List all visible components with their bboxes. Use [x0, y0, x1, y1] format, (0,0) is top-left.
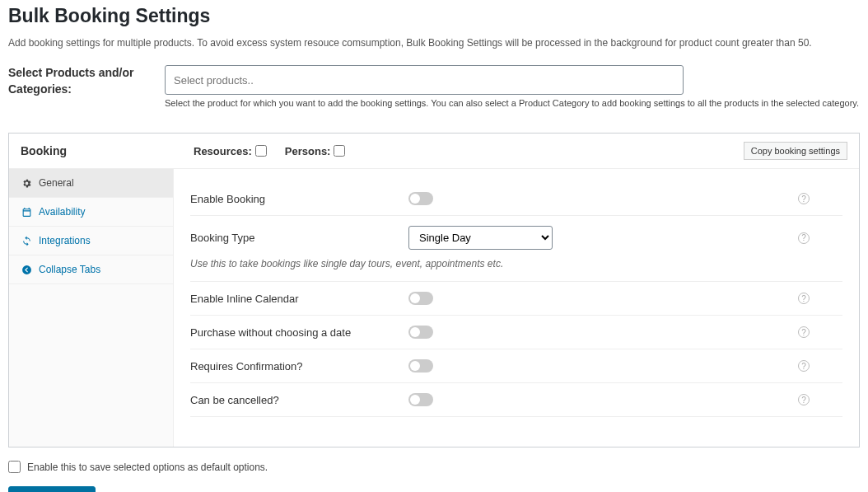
booking-type-hint: Use this to take bookings like single da…: [190, 255, 842, 282]
tab-general[interactable]: General: [9, 169, 173, 198]
tab-general-label: General: [39, 177, 74, 189]
help-icon[interactable]: ?: [798, 360, 810, 372]
help-icon[interactable]: ?: [798, 293, 810, 304]
enable-booking-label: Enable Booking: [190, 193, 408, 205]
tab-availability[interactable]: Availability: [9, 198, 173, 227]
can-be-cancelled-label: Can be cancelled?: [190, 394, 408, 406]
persons-check-wrap[interactable]: Persons:: [285, 145, 346, 157]
help-icon[interactable]: ?: [798, 193, 810, 204]
help-icon[interactable]: ?: [798, 394, 810, 405]
persons-label: Persons:: [285, 145, 331, 157]
requires-confirmation-label: Requires Confirmation?: [190, 360, 408, 373]
save-settings-button[interactable]: Save Settings: [8, 486, 96, 492]
gear-icon: [21, 177, 32, 189]
svg-point-0: [22, 265, 31, 274]
booking-type-label: Booking Type: [190, 232, 408, 244]
select-products-help: Select the product for which you want to…: [165, 98, 860, 108]
save-default-checkbox[interactable]: [8, 461, 21, 473]
tab-integrations-label: Integrations: [39, 235, 91, 246]
purchase-wo-date-label: Purchase without choosing a date: [190, 326, 408, 339]
inline-calendar-label: Enable Inline Calendar: [190, 293, 408, 305]
can-be-cancelled-toggle[interactable]: [408, 393, 433, 406]
tab-availability-label: Availability: [39, 206, 85, 218]
collapse-icon: [21, 264, 32, 275]
settings-panel: Booking Resources: Persons: Copy booking…: [8, 133, 860, 447]
calendar-icon: [21, 206, 32, 218]
resources-label: Resources:: [194, 145, 252, 157]
settings-content: Enable Booking ? Booking Type Single Day…: [174, 169, 859, 447]
tabs-sidebar: General Availability Integrations Collap…: [9, 169, 174, 447]
persons-checkbox[interactable]: [334, 145, 345, 157]
save-default-label: Enable this to save selected options as …: [27, 462, 268, 473]
select-products-input[interactable]: [165, 65, 684, 95]
tab-collapse-label: Collapse Tabs: [39, 264, 100, 275]
page-intro: Add booking settings for multiple produc…: [8, 37, 860, 49]
help-icon[interactable]: ?: [798, 326, 810, 338]
booking-type-select[interactable]: Single Day: [408, 226, 553, 250]
save-default-option[interactable]: Enable this to save selected options as …: [8, 461, 860, 473]
purchase-wo-date-toggle[interactable]: [408, 326, 433, 339]
requires-confirmation-toggle[interactable]: [408, 359, 433, 373]
select-products-label: Select Products and/or Categories:: [8, 65, 148, 97]
inline-calendar-toggle[interactable]: [408, 292, 433, 305]
resources-checkbox[interactable]: [255, 145, 267, 157]
sync-icon: [21, 235, 32, 246]
help-icon[interactable]: ?: [798, 232, 810, 244]
page-title: Bulk Booking Settings: [8, 5, 860, 27]
copy-booking-settings-button[interactable]: Copy booking settings: [744, 142, 847, 160]
panel-title: Booking: [21, 144, 194, 157]
tab-integrations[interactable]: Integrations: [9, 227, 173, 255]
resources-check-wrap[interactable]: Resources:: [194, 145, 267, 157]
enable-booking-toggle[interactable]: [408, 192, 433, 205]
tab-collapse[interactable]: Collapse Tabs: [9, 255, 173, 284]
